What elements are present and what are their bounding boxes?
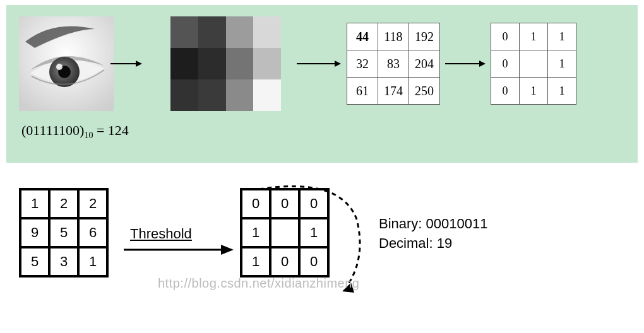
grid-cell: 9 xyxy=(20,218,49,247)
grid-cell: 3 xyxy=(49,247,78,276)
grid-cell: 2 xyxy=(49,189,78,218)
arrow-icon xyxy=(107,54,145,73)
top-panel: 44118192328320461174250 01101011 (011111… xyxy=(6,5,638,163)
decimal-label: Decimal: xyxy=(379,235,437,251)
pixel-value-grid: 44118192328320461174250 xyxy=(347,23,440,105)
svg-marker-11 xyxy=(221,245,234,255)
grid-cell: 118 xyxy=(378,23,409,50)
grid-cell: 1 xyxy=(548,23,576,50)
pixel-cell xyxy=(170,16,198,48)
grid-cell: 1 xyxy=(78,247,107,276)
grid-cell: 2 xyxy=(78,189,107,218)
lbp-formula: (01111100)10 = 124 xyxy=(21,122,625,141)
pixel-cell xyxy=(198,48,226,79)
watermark-text: http://blog.csdn.net/xidianzhimeng xyxy=(158,276,359,291)
grid-cell: 6 xyxy=(78,218,107,247)
pixel-cell xyxy=(226,79,254,111)
svg-marker-9 xyxy=(479,61,486,67)
pixel-cell xyxy=(253,79,281,111)
grid-cell: 204 xyxy=(409,50,440,78)
eye-image xyxy=(19,16,114,111)
threshold-label: Threshold xyxy=(130,226,192,242)
pixel-cell xyxy=(170,79,198,111)
binary-label: Binary: xyxy=(379,216,426,231)
grid-cell: 1 xyxy=(520,78,548,105)
pixel-cell xyxy=(253,48,281,79)
pixel-cell xyxy=(170,48,198,79)
output-grid: 00011100 xyxy=(240,188,330,278)
grid-cell xyxy=(520,50,548,78)
pixel-cell xyxy=(226,16,254,48)
svg-point-3 xyxy=(56,64,63,70)
bottom-diagram: 122956531 Threshold 00011100 Binary: 000… xyxy=(13,182,631,301)
grid-cell: 5 xyxy=(49,218,78,247)
input-grid: 122956531 xyxy=(19,188,109,278)
binary-pattern-grid: 01101011 xyxy=(491,23,576,105)
binary-string: (01111100) xyxy=(21,122,84,138)
grid-cell: 0 xyxy=(241,189,270,218)
grid-cell: 1 xyxy=(20,189,49,218)
grid-cell: 0 xyxy=(491,23,520,50)
grid-cell: 0 xyxy=(491,78,520,105)
pixel-cell xyxy=(253,16,281,48)
grid-cell: 0 xyxy=(270,247,299,276)
binary-value: 00010011 xyxy=(426,216,488,231)
grid-cell: 0 xyxy=(491,50,520,78)
svg-marker-5 xyxy=(136,61,142,67)
grid-cell: 1 xyxy=(548,50,576,78)
pixelated-image xyxy=(170,16,281,111)
pipeline-row: 44118192328320461174250 01101011 xyxy=(19,16,625,111)
grid-cell: 0 xyxy=(299,189,328,218)
grid-cell: 44 xyxy=(347,23,378,50)
arrow-icon xyxy=(440,54,491,73)
grid-cell: 1 xyxy=(241,218,270,247)
grid-cell xyxy=(270,218,299,247)
svg-marker-7 xyxy=(335,61,341,67)
pixel-cell xyxy=(198,16,226,48)
pixel-cell xyxy=(198,79,226,111)
grid-cell: 0 xyxy=(270,189,299,218)
grid-cell: 1 xyxy=(299,218,328,247)
grid-cell: 0 xyxy=(299,247,328,276)
grid-cell: 5 xyxy=(20,247,49,276)
base-subscript: 10 xyxy=(84,131,93,140)
grid-cell: 192 xyxy=(409,23,440,50)
result-text: Binary: 00010011 Decimal: 19 xyxy=(379,214,487,254)
decimal-value: 19 xyxy=(437,235,452,251)
grid-cell: 250 xyxy=(409,78,440,105)
grid-cell: 61 xyxy=(347,78,378,105)
pixel-cell xyxy=(226,48,254,79)
arrow-icon xyxy=(294,54,344,73)
grid-cell: 1 xyxy=(520,23,548,50)
decimal-equals: = 124 xyxy=(93,122,128,138)
grid-cell: 32 xyxy=(347,50,378,78)
grid-cell: 1 xyxy=(241,247,270,276)
grid-cell: 83 xyxy=(378,50,409,78)
grid-cell: 1 xyxy=(548,78,576,105)
grid-cell: 174 xyxy=(378,78,409,105)
